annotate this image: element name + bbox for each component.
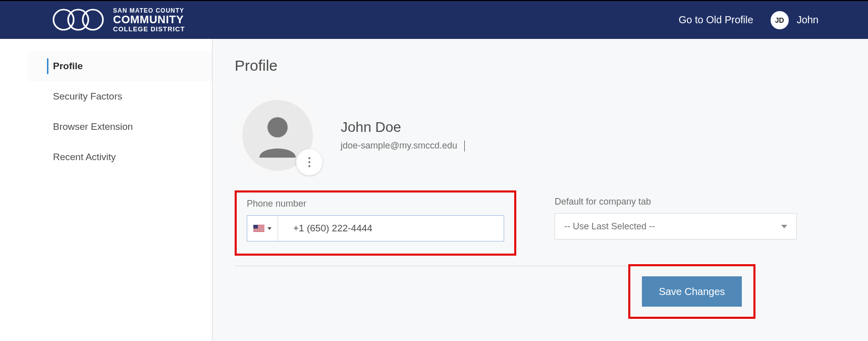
main-content: Profile John Doe jdoe [212,39,868,341]
profile-picture-more-button[interactable] [296,149,322,175]
user-menu[interactable]: JD John [771,11,819,29]
company-tab-value: -- Use Last Selected -- [564,221,655,232]
app-header: SAN MATEO COUNTY COMMUNITY COLLEGE DISTR… [0,1,868,39]
sidebar-item-browser-extension[interactable]: Browser Extension [28,112,212,142]
save-highlight-box: Save Changes [628,264,755,319]
page-title: Profile [235,57,819,74]
sidebar-item-recent-activity[interactable]: Recent Activity [28,142,212,172]
save-changes-button[interactable]: Save Changes [642,276,742,307]
org-logo: SAN MATEO COUNTY COMMUNITY COLLEGE DISTR… [50,8,185,32]
svg-rect-11 [253,225,258,229]
profile-display-name: John Doe [341,119,465,135]
svg-point-2 [83,10,103,30]
svg-point-3 [267,117,288,137]
sidebar: Profile Security Factors Browser Extensi… [0,39,212,341]
phone-input[interactable] [278,216,504,241]
avatar: JD [771,11,789,29]
more-vertical-icon [308,157,310,167]
org-line3: COLLEGE DISTRICT [113,26,185,33]
chevron-down-icon [781,225,787,228]
us-flag-icon [253,225,264,232]
phone-country-selector[interactable] [247,216,278,241]
company-tab-column: Default for company tab -- Use Last Sele… [555,190,797,256]
profile-meta: John Doe jdoe-sample@my.smccd.edu [341,119,465,152]
person-silhouette-icon [253,111,302,160]
phone-label: Phone number [247,199,504,209]
profile-picture-wrap [235,92,320,178]
sidebar-item-label: Profile [53,61,83,72]
form-row: Phone number Default for company tab [235,190,819,256]
caret-down-icon [267,227,272,230]
sidebar-item-label: Security Factors [53,91,122,102]
sidebar-item-label: Browser Extension [53,121,133,132]
text-cursor-icon [464,140,465,152]
svg-rect-8 [253,229,264,229]
app-body: Profile Security Factors Browser Extensi… [0,39,868,341]
svg-rect-10 [253,231,264,231]
company-tab-label: Default for company tab [555,197,797,207]
company-tab-select[interactable]: -- Use Last Selected -- [555,213,797,239]
org-name: SAN MATEO COUNTY COMMUNITY COLLEGE DISTR… [113,8,185,32]
sidebar-item-label: Recent Activity [53,152,116,163]
phone-field [247,215,504,241]
profile-email: jdoe-sample@my.smccd.edu [341,140,457,151]
avatar-name: John [797,14,819,26]
old-profile-link[interactable]: Go to Old Profile [679,14,753,26]
phone-highlight-box: Phone number [235,190,516,256]
sidebar-item-security-factors[interactable]: Security Factors [28,81,212,112]
profile-summary: John Doe jdoe-sample@my.smccd.edu [235,92,819,178]
header-right-group: Go to Old Profile JD John [679,11,819,29]
org-line2: COMMUNITY [113,14,185,25]
sidebar-item-profile[interactable]: Profile [28,51,212,81]
svg-rect-9 [253,230,264,230]
profile-email-row: jdoe-sample@my.smccd.edu [341,140,465,152]
interlocking-rings-icon [50,8,106,32]
sidebar-list: Profile Security Factors Browser Extensi… [28,51,212,172]
